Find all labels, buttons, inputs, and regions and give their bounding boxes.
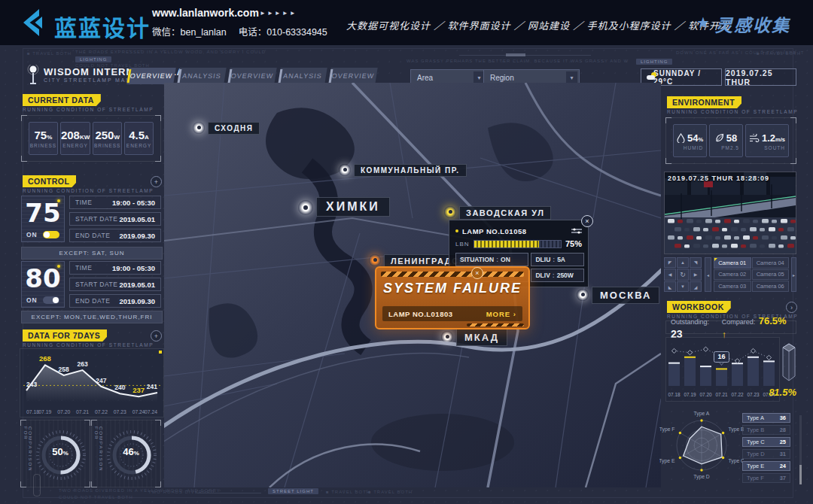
svg-text:07.24: 07.24 <box>145 409 157 414</box>
camera-timestamp: 2019.07.25 THUR 18:28:09 <box>668 175 769 182</box>
camera-02-button[interactable]: Camera 02 <box>714 269 751 281</box>
control-row-start: START DATE2019.05.01 <box>69 278 161 291</box>
camera-prev-button[interactable]: ◂ <box>705 257 711 292</box>
week-chart-frame: 24307.1826807.1925807.2026307.2124707.22… <box>20 348 164 417</box>
panel-title-environment: ENVIRONMENT <box>667 96 741 108</box>
expand-week-button[interactable]: + <box>151 330 162 342</box>
tab-label: OVERVIEW <box>129 72 173 80</box>
pan-down-button[interactable]: ▼ <box>677 281 689 292</box>
map-pin-orange-icon[interactable] <box>369 254 381 266</box>
brightness-value: 80 <box>22 263 64 293</box>
map-label-kommunalny[interactable]: КОММУНАЛЬНЫЙ ПР. <box>354 164 467 177</box>
camera-feed[interactable] <box>664 172 796 254</box>
map-label-mkad[interactable]: МКАД <box>456 329 507 346</box>
decor-slider-handle <box>506 53 525 56</box>
power-toggle[interactable] <box>43 296 59 304</box>
camera-dpad: ◤ ▲ ◥ ◀ ↻ ▶ ◣ ▼ ◢ <box>664 257 702 292</box>
map-pin-icon[interactable] <box>339 164 351 176</box>
type-row-a[interactable]: Type A36 <box>742 413 790 423</box>
scrollbar-thumb[interactable] <box>799 465 802 484</box>
decor-text: THE ROADS EXPRESSED IN A YELLOW WOOD, AN… <box>75 50 266 54</box>
failure-bottom-row: LAMP NO.L01803 MORE › <box>382 306 522 321</box>
map-label-moskva[interactable]: МОСКВА <box>592 287 659 304</box>
more-button[interactable]: MORE › <box>486 310 516 318</box>
tab-overview-2[interactable]: OVERVIEW <box>227 68 276 84</box>
rotate-icon[interactable]: ↻ <box>677 269 689 281</box>
pan-upleft-button[interactable]: ◤ <box>664 257 676 268</box>
type-row-c[interactable]: Type C25 <box>742 437 790 447</box>
svg-text:07.20: 07.20 <box>57 409 70 414</box>
power-toggle[interactable] <box>43 231 59 238</box>
map-pin-icon[interactable] <box>298 200 313 215</box>
camera-feed-image <box>665 172 796 254</box>
collection-logo: 灵感收集 <box>715 11 790 37</box>
svg-text:247: 247 <box>96 377 106 384</box>
stat-card-energy2: 4.5AENERGY <box>124 122 154 155</box>
svg-text:07.19: 07.19 <box>684 392 696 397</box>
type-row-b[interactable]: Type B28 <box>742 425 790 435</box>
pan-downright-button[interactable]: ◢ <box>690 281 702 292</box>
map-pin-yellow-icon[interactable] <box>444 206 456 218</box>
pan-downleft-button[interactable]: ◣ <box>664 281 676 292</box>
map-label-khimki[interactable]: ХИМКИ <box>316 197 390 217</box>
tab-analysis-1[interactable]: ANALYSIS <box>177 68 226 84</box>
leaf-icon <box>715 133 724 143</box>
svg-text:258: 258 <box>59 366 69 373</box>
tab-overview-3[interactable]: OVERVIEW <box>328 68 377 84</box>
map-label-skhodnya[interactable]: СХОДНЯ <box>208 122 260 135</box>
pan-up-button[interactable]: ▲ <box>677 257 689 268</box>
pan-left-button[interactable]: ◀ <box>664 269 676 281</box>
type-row-d[interactable]: Type D31 <box>742 449 790 459</box>
camera-03-button[interactable]: Camera 03 <box>714 281 751 292</box>
camera-05-button[interactable]: Camera 05 <box>752 269 790 281</box>
camera-next-button[interactable]: ▸ <box>791 257 796 292</box>
decor-streetlight-chip: STREET LIGHT <box>268 488 318 494</box>
tab-overview-1[interactable]: OVERVIEW <box>126 68 175 84</box>
camera-list: Camera 01 Camera 02 Camera 03 Camera 04 … <box>714 257 789 292</box>
svg-text:07.20: 07.20 <box>700 392 712 397</box>
env-card-pm25: 58 PM2.5 <box>709 124 743 157</box>
svg-text:07.18: 07.18 <box>26 409 39 414</box>
close-icon[interactable]: × <box>471 267 483 279</box>
workbook-next-button[interactable]: › <box>786 302 797 313</box>
stat-card-energy: 208KWENERGY <box>60 122 90 155</box>
streetlamp-icon <box>27 65 39 86</box>
decor-checkbox: ■ TRAVEL BOTH <box>27 51 72 56</box>
map-pin-icon[interactable] <box>441 331 453 343</box>
map-pin-icon[interactable] <box>193 122 205 134</box>
svg-text:268: 268 <box>39 354 51 363</box>
camera-04-button[interactable]: Camera 04 <box>752 257 790 269</box>
decor-lighting-chip: LIGHTING <box>636 59 672 65</box>
svg-text:Type D: Type D <box>693 474 710 480</box>
svg-text:Type A: Type A <box>694 411 710 417</box>
map-label-zavodskaya[interactable]: ЗАВОДСКАЯ УЛ <box>459 206 551 220</box>
sliders-icon[interactable] <box>571 227 582 235</box>
lbn-progress <box>473 240 562 248</box>
svg-text:07.19: 07.19 <box>38 409 51 414</box>
camera-06-button[interactable]: Camera 06 <box>752 281 790 292</box>
expand-control-button[interactable]: + <box>151 176 162 187</box>
type-row-e[interactable]: Type E24 <box>742 461 790 471</box>
map-canvas[interactable]: СХОДНЯ КОММУНАЛЬНЫЙ ПР. ХИМКИ ЗАВОДСКАЯ … <box>164 83 661 487</box>
close-icon[interactable]: × <box>581 215 593 227</box>
website-link[interactable]: www.lanlanwork.com <box>152 7 259 19</box>
type-row-f[interactable]: Type F37 <box>742 473 790 483</box>
scrollbar[interactable] <box>799 415 802 484</box>
svg-text:Type B: Type B <box>729 427 744 433</box>
map-pin-icon[interactable] <box>577 289 589 301</box>
date-box: 2019.07.25 THUR <box>725 68 796 86</box>
popup-cell-dliu: DLIU:5A <box>531 253 584 266</box>
tab-analysis-2[interactable]: ANALYSIS <box>278 68 327 84</box>
control-row-end: END DATE2019.09.30 <box>69 294 161 308</box>
pan-right-button[interactable]: ▶ <box>690 269 702 281</box>
brightness-level-box: 75 ON <box>21 196 65 242</box>
comparison-gauge-1: COMPARISON FOR 50% <box>20 420 90 487</box>
svg-text:16: 16 <box>717 353 725 360</box>
promo-banner: 蓝蓝设计 www.lanlanwork.com ►►►►► 微信：ben_lan… <box>0 0 813 45</box>
pan-upright-button[interactable]: ◥ <box>690 257 702 268</box>
brightness-level-box: 80 ON <box>21 261 65 308</box>
camera-01-button[interactable]: Camera 01 <box>714 257 751 269</box>
region-select-value: Region <box>490 74 514 82</box>
svg-text:243: 243 <box>26 381 37 388</box>
gauge-value: 50% <box>38 446 83 457</box>
